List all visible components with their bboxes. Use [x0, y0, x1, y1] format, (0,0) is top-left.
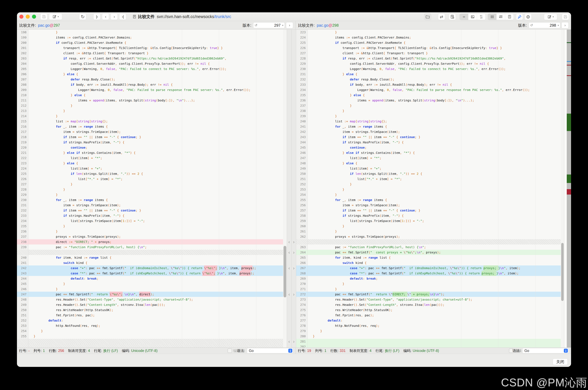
save-button[interactable] — [40, 13, 47, 20]
line-number: 259 — [296, 218, 308, 224]
merge-right-button[interactable]: › — [292, 239, 296, 244]
code-row: 253 http.NotFound(res, req); — [17, 323, 283, 328]
view-code-button[interactable]: ‹› — [460, 14, 468, 20]
view-binary-button[interactable]: 0110 — [477, 14, 485, 20]
code-row: 245 continue; — [296, 145, 561, 150]
code-row: 243 case "*": pac += fmt.Sprintf(" if (s… — [17, 271, 283, 276]
select-stepper-icon: ▲▼ — [288, 349, 292, 353]
zoom-window-button[interactable] — [32, 15, 36, 19]
left-scrollbar-thumb[interactable] — [283, 246, 286, 297]
code-row: 236 } — [17, 229, 283, 234]
merge-right-button[interactable]: › — [292, 339, 296, 344]
line-number: 232 — [296, 77, 308, 82]
merge-left-button[interactable]: ‹ — [287, 250, 291, 255]
line-number: 240 — [17, 255, 29, 260]
code-line: if body, err := ioutil.ReadAll(resp.Body… — [308, 82, 561, 87]
line-number: 231 — [17, 202, 29, 208]
line-number: 250 — [296, 171, 308, 176]
code-row: 201 transport := &http.Transport{ TLSCli… — [17, 45, 283, 50]
code-row: 213 } — [17, 108, 283, 113]
line-number: 230 — [17, 197, 29, 202]
merge-left-button[interactable]: ‹ — [287, 339, 291, 344]
line-number: 248 — [17, 297, 29, 302]
code-row: 250 if len(strings.Split(item, ".")) == … — [296, 171, 561, 176]
open-folder-button[interactable] — [424, 14, 431, 20]
ruler-diff-mark — [567, 61, 571, 62]
diff-side-by-side-button[interactable] — [488, 14, 496, 20]
syntax-select-right[interactable]: Go▲▼ — [522, 348, 569, 353]
merge-right-button[interactable]: › — [292, 265, 296, 271]
right-scrollbar[interactable] — [561, 30, 564, 347]
code-row: 250 res.WriteHeader(http.StatusOK); — [17, 307, 283, 313]
line-number: 266 — [296, 260, 308, 265]
code-line: if strings.HasPrefix(item, "-") { — [29, 140, 283, 145]
right-code-pane[interactable]: 223 }224 items := config.Client.PACServe… — [296, 30, 561, 347]
left-code-pane[interactable]: 198 }199 items := config.Client.PACServe… — [17, 30, 283, 347]
merge-left-button[interactable]: ‹ — [287, 292, 291, 297]
line-number: 213 — [17, 108, 29, 113]
last-diff-button[interactable]: ›| — [119, 13, 126, 20]
diff-patch-button[interactable] — [505, 14, 514, 20]
line-number: 200 — [17, 40, 29, 45]
merge-right-button[interactable]: › — [292, 250, 296, 255]
merge-left-button[interactable]: ‹ — [287, 265, 291, 271]
select-stepper-icon: ▲▼ — [564, 349, 568, 353]
code-line: default: — [29, 318, 283, 323]
code-row: 260 } — [296, 224, 561, 229]
edit-menu-button[interactable]: ▾ — [49, 13, 62, 20]
save-button-right[interactable] — [562, 14, 569, 20]
close-window-button[interactable] — [19, 15, 23, 19]
version-input-right[interactable]: ↺ 298 ▾ — [529, 22, 560, 28]
code-line: if config.Client.PACServer.UseRemote { — [308, 40, 561, 45]
code-line: transport := &http.Transport{ TLSClientC… — [308, 45, 561, 50]
code-row: 227 } — [17, 182, 283, 187]
code-line: for item, kind := range list { — [308, 255, 561, 260]
right-scrollbar-thumb[interactable] — [561, 243, 564, 301]
close-button[interactable]: 关闭 — [553, 359, 568, 365]
diff-overview-ruler[interactable] — [564, 30, 571, 347]
next-diff-button[interactable]: › — [111, 13, 118, 20]
edit-menu-button-right[interactable]: ▾ — [544, 14, 557, 20]
swap-panes-button[interactable]: ⇄ — [438, 14, 445, 20]
chevron-down-icon[interactable]: ▾ — [282, 24, 283, 27]
code-line: if item == "" || item == "-" { continue;… — [29, 208, 283, 213]
settings-button[interactable]: ⚙ — [525, 14, 532, 20]
code-line: } — [308, 334, 561, 339]
minimize-window-button[interactable] — [26, 15, 30, 19]
line-number: 276 — [296, 313, 308, 318]
left-scrollbar[interactable] — [283, 30, 287, 347]
merge-left-button[interactable]: ‹ — [287, 239, 291, 244]
code-row: 265 for item, kind := range list { — [296, 255, 561, 260]
version-go-button-left[interactable]: › — [286, 22, 293, 28]
code-row: 203 if resp, err := client.Get(fmt.Sprin… — [17, 56, 283, 61]
chevron-down-icon[interactable]: ▾ — [558, 24, 559, 27]
line-number: 217 — [17, 129, 29, 134]
first-diff-button[interactable]: |‹ — [93, 13, 100, 20]
syntax-select-left[interactable]: Go▲▼ — [247, 348, 293, 353]
col-label: 列号: — [34, 348, 41, 353]
line-number: 242 — [17, 265, 29, 271]
version-input-left[interactable]: ↺ 297 ▾ — [253, 22, 285, 28]
code-line: item = strings.TrimSpace(item); — [29, 129, 283, 134]
prev-diff-button[interactable]: ‹ — [102, 13, 109, 20]
line-number: 223 — [296, 30, 308, 35]
merge-left-column: ‹‹‹‹‹ — [287, 30, 291, 347]
line-number: 253 — [296, 187, 308, 192]
code-row: 218 if item == "" || item == "-" { conti… — [17, 134, 283, 140]
history-button[interactable] — [449, 14, 456, 20]
view-image-button[interactable] — [468, 14, 477, 20]
code-row: 212 } — [17, 103, 283, 108]
merge-right-button[interactable]: › — [292, 292, 296, 297]
version-go-button-right[interactable]: › — [561, 22, 569, 28]
line-number: 279 — [296, 328, 308, 334]
file-tag-right: pac.go@298 — [317, 23, 339, 28]
code-line: list[item] = "+"; — [29, 166, 283, 171]
refresh-button[interactable]: ↻ — [79, 13, 86, 20]
diff-inline-button[interactable] — [496, 14, 505, 20]
pin-button[interactable] — [516, 14, 523, 20]
code-row: 254 } — [296, 192, 561, 197]
code-row: 248 res.Header().Set("Content-Type", "ap… — [17, 297, 283, 302]
line-number: 219 — [17, 140, 29, 145]
code-row: 266 switch kind { — [296, 260, 561, 265]
code-line: item = strings.TrimSpace(item); — [308, 202, 561, 208]
